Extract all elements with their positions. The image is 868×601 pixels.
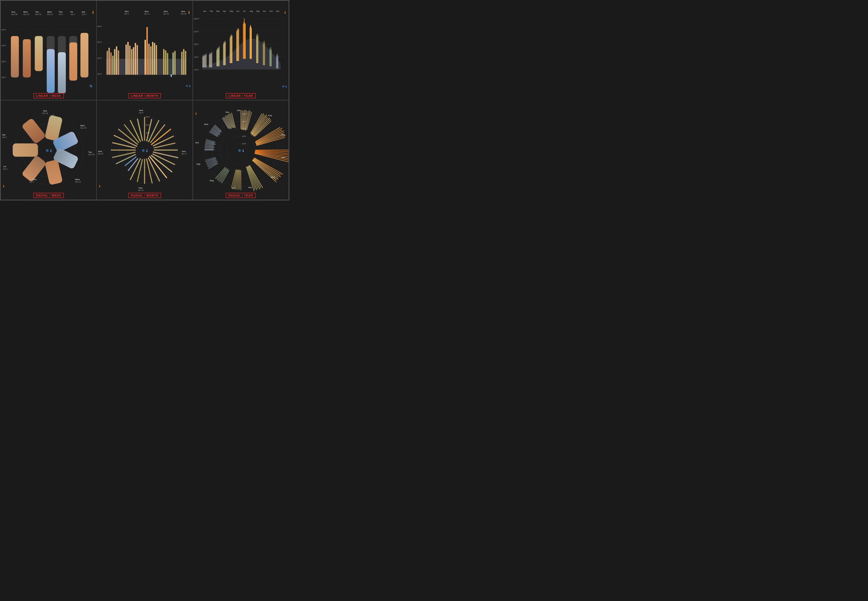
svg-text:Jan 4: Jan 4: [139, 112, 143, 114]
svg-rect-161: [263, 44, 264, 65]
svg-text:Sep: Sep: [196, 163, 200, 165]
svg-text:Sun: Sun: [43, 110, 47, 112]
svg-text:Sun: Sun: [125, 10, 129, 13]
svg-text:Dec 28: Dec 28: [11, 14, 17, 15]
svg-rect-36: [81, 33, 88, 78]
svg-text:20°F: 20°F: [242, 143, 246, 145]
svg-text:100°F: 100°F: [194, 18, 199, 20]
svg-rect-360: [253, 159, 279, 177]
svg-rect-112: [202, 57, 203, 67]
svg-rect-122: [210, 54, 211, 67]
svg-rect-153: [250, 25, 251, 59]
svg-rect-349: [255, 149, 288, 150]
svg-rect-87: [185, 51, 186, 75]
svg-rect-340: [255, 121, 272, 137]
svg-rect-124: [211, 53, 212, 67]
svg-rect-163: [264, 43, 265, 65]
svg-text:35°F: 35°F: [2, 61, 6, 63]
svg-text:Fri: Fri: [70, 11, 73, 13]
linear-year-title: LINEAR / YEAR: [226, 93, 256, 98]
svg-text:Sun: Sun: [145, 10, 149, 13]
svg-text:Sat: Sat: [82, 11, 85, 13]
svg-text:Oct: Oct: [263, 10, 265, 12]
svg-rect-137: [230, 38, 230, 63]
svg-rect-171: [278, 56, 278, 69]
svg-text:🌡: 🌡: [187, 10, 191, 14]
svg-rect-66: [129, 46, 130, 75]
svg-rect-83: [172, 53, 174, 75]
svg-text:🌡: 🌡: [283, 10, 287, 14]
svg-rect-383: [217, 168, 227, 180]
svg-text:Feb: Feb: [268, 114, 272, 117]
svg-rect-63: [118, 50, 119, 75]
svg-text:Jan 18: Jan 18: [138, 189, 143, 191]
svg-rect-58: [108, 47, 110, 75]
svg-rect-134: [224, 43, 225, 65]
linear-week-chart: Sun Dec 28 Mon Dec 29 Tue Dec 30 Wed Dec…: [1, 1, 96, 100]
svg-rect-26: [23, 39, 31, 77]
svg-rect-151: [245, 24, 246, 59]
svg-text:40°F: 40°F: [242, 136, 246, 137]
svg-rect-132: [223, 44, 224, 65]
svg-text:Dec: Dec: [276, 10, 279, 12]
svg-rect-60: [112, 56, 114, 75]
svg-rect-86: [183, 49, 185, 75]
svg-rect-78: [163, 49, 165, 75]
svg-rect-121: [209, 53, 210, 68]
svg-rect-84: [174, 51, 176, 75]
svg-rect-169: [277, 57, 277, 69]
svg-text:Aug: Aug: [209, 179, 214, 182]
svg-rect-185: [21, 118, 46, 144]
svg-rect-164: [269, 48, 270, 66]
svg-rect-123: [211, 53, 211, 68]
svg-text:Jan 11: Jan 11: [144, 13, 149, 15]
svg-rect-170: [277, 53, 278, 69]
svg-rect-345: [256, 132, 284, 144]
svg-text:Nov: Nov: [204, 123, 209, 125]
svg-text:Jul: Jul: [232, 187, 235, 189]
svg-rect-146: [238, 29, 239, 61]
svg-text:20°F: 20°F: [194, 69, 198, 71]
linear-week-content: Sun Dec 28 Mon Dec 29 Tue Dec 30 Wed Dec…: [1, 1, 96, 100]
svg-rect-156: [256, 34, 257, 63]
svg-rect-82: [171, 74, 172, 77]
svg-text:Dec 31: Dec 31: [75, 181, 81, 183]
svg-text:Jan: Jan: [237, 109, 240, 111]
svg-text:Mon: Mon: [81, 124, 85, 127]
svg-rect-30: [47, 49, 55, 93]
svg-text:40°F: 40°F: [2, 44, 6, 47]
svg-rect-68: [133, 47, 134, 75]
svg-rect-167: [271, 49, 272, 66]
svg-rect-193: [45, 159, 63, 185]
svg-text:Jan 25: Jan 25: [181, 13, 186, 15]
svg-rect-149: [244, 18, 244, 59]
svg-text:Sun: Sun: [139, 187, 143, 189]
svg-text:Apr: Apr: [281, 156, 285, 159]
svg-text:Apr: Apr: [223, 10, 226, 12]
svg-rect-223: [146, 119, 152, 141]
svg-text:Dec 30: Dec 30: [88, 154, 94, 156]
svg-rect-72: [146, 27, 148, 75]
linear-month-chart: Sun Jan 4 Sun Jan 11 Sun Jan 18 Sun Jan …: [97, 1, 192, 100]
radial-week-content: 30°F 35°F 40°F 45°F ❄🌡: [1, 101, 96, 200]
svg-text:🌡: 🌡: [98, 184, 102, 188]
svg-rect-275: [137, 119, 143, 141]
panel-radial-week: 30°F 35°F 40°F 45°F ❄🌡: [0, 100, 96, 200]
svg-rect-77: [156, 45, 157, 75]
svg-rect-127: [217, 48, 217, 66]
svg-rect-65: [127, 42, 129, 75]
svg-text:Feb: Feb: [210, 10, 213, 12]
svg-rect-247: [146, 159, 153, 184]
svg-text:🌡: 🌡: [91, 10, 95, 14]
svg-text:Aug: Aug: [250, 10, 253, 12]
svg-text:Dec 30: Dec 30: [35, 14, 41, 15]
svg-text:❄🌡: ❄🌡: [238, 148, 245, 153]
svg-rect-118: [206, 55, 206, 67]
svg-text:40°F: 40°F: [194, 56, 198, 58]
svg-rect-74: [150, 46, 151, 75]
svg-text:Dec 29: Dec 29: [81, 127, 86, 129]
svg-text:Jan 25: Jan 25: [98, 153, 103, 155]
svg-rect-371: [240, 170, 241, 190]
svg-rect-387: [208, 162, 217, 168]
svg-text:60°F: 60°F: [146, 116, 150, 118]
